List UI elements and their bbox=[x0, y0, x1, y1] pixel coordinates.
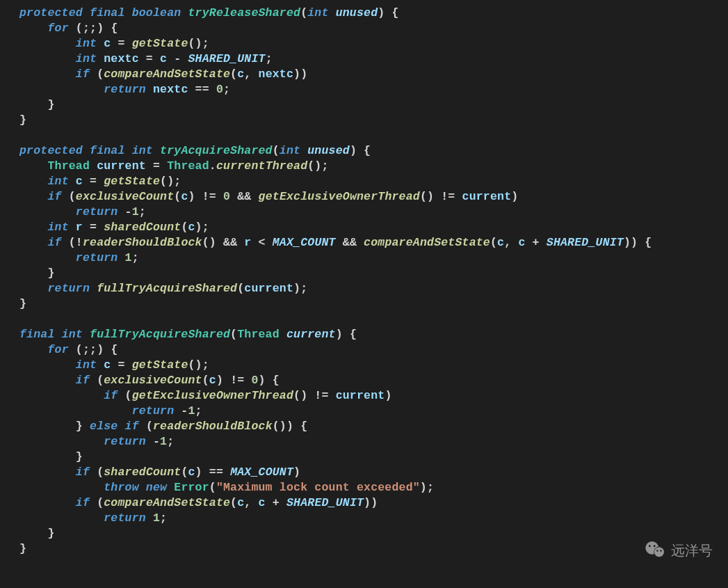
code-line[interactable]: } bbox=[0, 541, 728, 557]
code-line[interactable]: } bbox=[0, 113, 728, 128]
code-line[interactable]: if (compareAndSetState(c, nextc)) bbox=[0, 67, 728, 82]
code-line[interactable]: protected final boolean tryReleaseShared… bbox=[0, 6, 728, 21]
code-line[interactable]: int c = getState(); bbox=[0, 358, 728, 373]
code-line[interactable]: Thread current = Thread.currentThread(); bbox=[0, 159, 728, 174]
code-line[interactable]: } bbox=[0, 296, 728, 312]
code-line[interactable]: final int fullTryAcquireShared(Thread cu… bbox=[0, 327, 728, 342]
svg-point-4 bbox=[654, 545, 656, 547]
code-line[interactable]: if (exclusiveCount(c) != 0) { bbox=[0, 373, 728, 388]
svg-point-6 bbox=[660, 550, 661, 551]
code-line[interactable]: protected final int tryAcquireShared(int… bbox=[0, 143, 728, 159]
code-line[interactable]: throw new Error("Maximum lock count exce… bbox=[0, 480, 728, 495]
code-line[interactable]: if (!readerShouldBlock() && r < MAX_COUN… bbox=[0, 235, 728, 251]
code-line[interactable]: return 1; bbox=[0, 251, 728, 266]
code-line[interactable]: int r = sharedCount(c); bbox=[0, 220, 728, 235]
code-line[interactable]: for (;;) { bbox=[0, 342, 728, 358]
code-line[interactable]: return -1; bbox=[0, 205, 728, 220]
watermark-text: 远洋号 bbox=[671, 541, 713, 560]
code-line[interactable]: return nextc == 0; bbox=[0, 82, 728, 97]
code-line[interactable]: int c = getState(); bbox=[0, 36, 728, 51]
code-line[interactable]: int nextc = c - SHARED_UNIT; bbox=[0, 51, 728, 67]
code-editor[interactable]: protected final boolean tryReleaseShared… bbox=[0, 0, 728, 557]
wechat-icon bbox=[643, 537, 667, 564]
code-line[interactable] bbox=[0, 312, 728, 327]
code-line[interactable]: return -1; bbox=[0, 404, 728, 419]
code-line[interactable]: } bbox=[0, 266, 728, 281]
svg-point-2 bbox=[654, 547, 664, 557]
code-line[interactable] bbox=[0, 128, 728, 143]
code-line[interactable]: if (getExclusiveOwnerThread() != current… bbox=[0, 388, 728, 404]
code-line[interactable]: } bbox=[0, 97, 728, 113]
code-line[interactable]: return -1; bbox=[0, 434, 728, 450]
code-line[interactable]: if (compareAndSetState(c, c + SHARED_UNI… bbox=[0, 495, 728, 511]
code-line[interactable]: if (exclusiveCount(c) != 0 && getExclusi… bbox=[0, 189, 728, 205]
svg-point-3 bbox=[649, 545, 651, 547]
code-line[interactable]: int c = getState(); bbox=[0, 174, 728, 189]
code-line[interactable]: return 1; bbox=[0, 511, 728, 526]
watermark: 远洋号 bbox=[643, 537, 713, 564]
code-line[interactable]: for (;;) { bbox=[0, 21, 728, 36]
code-line[interactable]: if (sharedCount(c) == MAX_COUNT) bbox=[0, 465, 728, 480]
svg-point-5 bbox=[656, 550, 658, 551]
code-line[interactable]: } bbox=[0, 450, 728, 465]
code-line[interactable]: } else if (readerShouldBlock()) { bbox=[0, 419, 728, 434]
code-line[interactable]: return fullTryAcquireShared(current); bbox=[0, 281, 728, 296]
code-line[interactable]: } bbox=[0, 526, 728, 541]
